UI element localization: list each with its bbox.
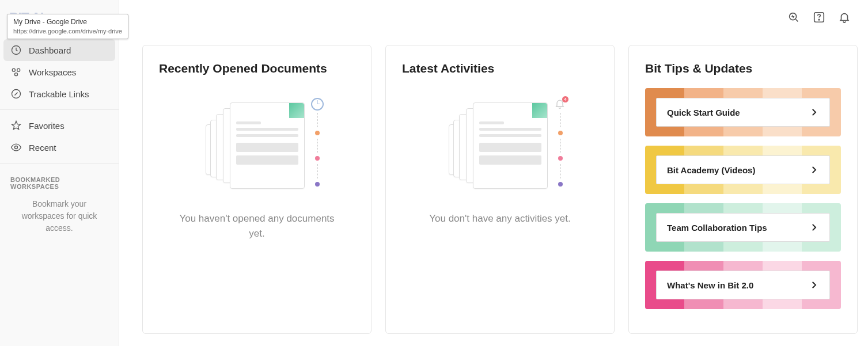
- eye-icon: [10, 142, 22, 153]
- sidebar-item-label: Dashboard: [29, 45, 71, 55]
- sidebar-item-label: Recent: [29, 143, 56, 153]
- empty-text: You don't have any activities yet.: [402, 211, 598, 226]
- sidebar-item-workspaces[interactable]: Workspaces: [0, 61, 119, 83]
- topbar: [119, 0, 868, 35]
- sidebar-item-dashboard[interactable]: Dashboard: [3, 39, 115, 61]
- star-icon: [10, 120, 22, 131]
- tip-quick-start[interactable]: Quick Start Guide: [645, 88, 841, 136]
- search-icon[interactable]: [787, 11, 800, 24]
- tip-label: Quick Start Guide: [667, 108, 740, 117]
- sidebar-item-favorites[interactable]: Favorites: [0, 115, 119, 136]
- sidebar-item-trackable-links[interactable]: Trackable Links: [0, 83, 119, 105]
- dashboard-icon: [10, 44, 22, 56]
- chevron-right-icon: [809, 222, 819, 233]
- svg-point-1: [12, 69, 15, 71]
- tip-bit-academy[interactable]: Bit Academy (Videos): [645, 146, 841, 194]
- primary-nav: Dashboard Workspaces Trackable Links Fav: [0, 35, 119, 237]
- empty-illustration: [159, 89, 355, 199]
- recent-documents-card: Recently Opened Documents: [142, 45, 372, 334]
- clock-icon: [311, 98, 324, 111]
- bell-icon[interactable]: [838, 11, 851, 24]
- sidebar: BIT AI My Drive - Google Drive https://d…: [0, 0, 119, 346]
- sidebar-item-label: Favorites: [29, 121, 65, 131]
- card-title: Latest Activities: [402, 62, 598, 75]
- card-title: Recently Opened Documents: [159, 62, 355, 75]
- sidebar-item-label: Workspaces: [29, 67, 76, 77]
- chevron-right-icon: [809, 165, 819, 175]
- sidebar-item-recent[interactable]: Recent: [0, 136, 119, 158]
- bookmarks-empty-text: Bookmark your workspaces for quick acces…: [0, 196, 119, 237]
- tip-label: Bit Academy (Videos): [667, 165, 755, 175]
- svg-point-3: [15, 73, 18, 76]
- badge-count: 4: [562, 96, 568, 102]
- tip-whats-new[interactable]: What's New in Bit 2.0: [645, 261, 841, 309]
- tooltip-url: https://drive.google.com/drive/my-drive: [13, 27, 122, 35]
- bookmarks-header: BOOKMARKED WORKSPACES: [0, 168, 119, 196]
- latest-activities-card: Latest Activities: [385, 45, 615, 334]
- link-icon: [10, 88, 22, 100]
- main: Recently Opened Documents: [119, 0, 868, 346]
- chevron-right-icon: [809, 280, 819, 290]
- svg-point-2: [17, 69, 20, 71]
- divider: [0, 109, 119, 110]
- divider: [0, 163, 119, 164]
- content: Recently Opened Documents: [119, 35, 868, 346]
- help-icon[interactable]: [813, 11, 825, 24]
- svg-point-8: [818, 19, 819, 20]
- empty-text: You haven't opened any documents yet.: [159, 211, 355, 241]
- svg-point-5: [15, 146, 18, 149]
- empty-illustration: 4: [402, 89, 598, 199]
- tip-label: Team Collaboration Tips: [667, 223, 767, 233]
- browser-tooltip: My Drive - Google Drive https://drive.go…: [7, 14, 128, 39]
- tip-label: What's New in Bit 2.0: [667, 280, 753, 290]
- sidebar-item-label: Trackable Links: [29, 89, 89, 99]
- card-title: Bit Tips & Updates: [645, 62, 841, 75]
- logo-area: BIT AI My Drive - Google Drive https://d…: [0, 0, 119, 35]
- tooltip-title: My Drive - Google Drive: [13, 18, 122, 27]
- tip-team-collaboration[interactable]: Team Collaboration Tips: [645, 203, 841, 252]
- workspaces-icon: [10, 66, 22, 78]
- bell-badge-icon: 4: [554, 98, 567, 111]
- chevron-right-icon: [809, 107, 819, 117]
- tips-card: Bit Tips & Updates Quick Start Guide Bit…: [628, 45, 858, 334]
